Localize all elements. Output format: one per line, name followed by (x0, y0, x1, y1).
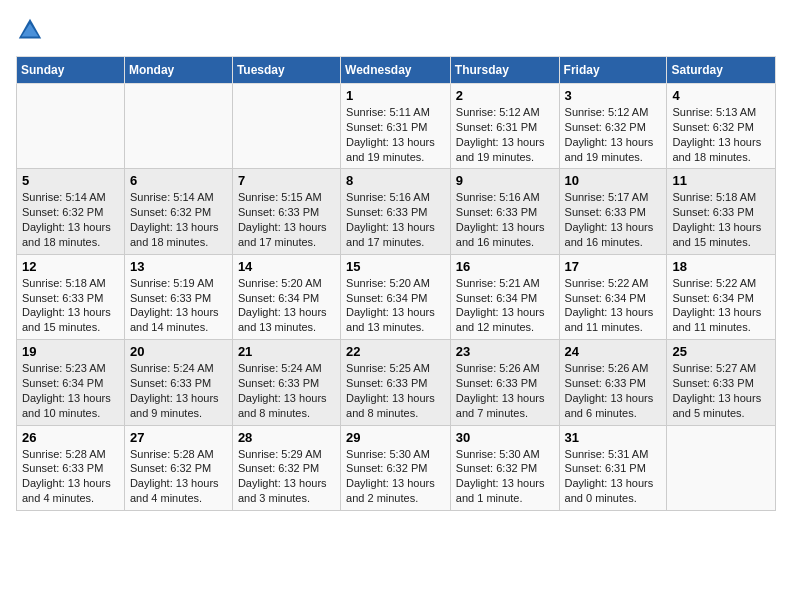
day-info: Sunrise: 5:24 AM Sunset: 6:33 PM Dayligh… (130, 361, 227, 420)
day-info: Sunrise: 5:20 AM Sunset: 6:34 PM Dayligh… (346, 276, 445, 335)
day-info: Sunrise: 5:21 AM Sunset: 6:34 PM Dayligh… (456, 276, 554, 335)
day-number: 31 (565, 430, 662, 445)
calendar-cell: 20Sunrise: 5:24 AM Sunset: 6:33 PM Dayli… (124, 340, 232, 425)
day-info: Sunrise: 5:11 AM Sunset: 6:31 PM Dayligh… (346, 105, 445, 164)
day-number: 8 (346, 173, 445, 188)
calendar-cell: 1Sunrise: 5:11 AM Sunset: 6:31 PM Daylig… (341, 84, 451, 169)
calendar-week-row: 26Sunrise: 5:28 AM Sunset: 6:33 PM Dayli… (17, 425, 776, 510)
day-number: 29 (346, 430, 445, 445)
day-number: 1 (346, 88, 445, 103)
day-number: 7 (238, 173, 335, 188)
day-number: 9 (456, 173, 554, 188)
weekday-header-tuesday: Tuesday (232, 57, 340, 84)
day-number: 22 (346, 344, 445, 359)
calendar-cell: 15Sunrise: 5:20 AM Sunset: 6:34 PM Dayli… (341, 254, 451, 339)
calendar-cell: 10Sunrise: 5:17 AM Sunset: 6:33 PM Dayli… (559, 169, 667, 254)
calendar-cell (667, 425, 776, 510)
day-info: Sunrise: 5:25 AM Sunset: 6:33 PM Dayligh… (346, 361, 445, 420)
day-info: Sunrise: 5:24 AM Sunset: 6:33 PM Dayligh… (238, 361, 335, 420)
day-number: 17 (565, 259, 662, 274)
calendar-cell: 25Sunrise: 5:27 AM Sunset: 6:33 PM Dayli… (667, 340, 776, 425)
day-info: Sunrise: 5:28 AM Sunset: 6:33 PM Dayligh… (22, 447, 119, 506)
calendar-cell (124, 84, 232, 169)
day-info: Sunrise: 5:14 AM Sunset: 6:32 PM Dayligh… (22, 190, 119, 249)
calendar-cell: 7Sunrise: 5:15 AM Sunset: 6:33 PM Daylig… (232, 169, 340, 254)
calendar-cell: 4Sunrise: 5:13 AM Sunset: 6:32 PM Daylig… (667, 84, 776, 169)
day-info: Sunrise: 5:18 AM Sunset: 6:33 PM Dayligh… (672, 190, 770, 249)
day-number: 30 (456, 430, 554, 445)
day-info: Sunrise: 5:16 AM Sunset: 6:33 PM Dayligh… (346, 190, 445, 249)
calendar-cell (232, 84, 340, 169)
day-info: Sunrise: 5:16 AM Sunset: 6:33 PM Dayligh… (456, 190, 554, 249)
calendar-cell: 19Sunrise: 5:23 AM Sunset: 6:34 PM Dayli… (17, 340, 125, 425)
day-number: 3 (565, 88, 662, 103)
day-info: Sunrise: 5:19 AM Sunset: 6:33 PM Dayligh… (130, 276, 227, 335)
calendar-week-row: 12Sunrise: 5:18 AM Sunset: 6:33 PM Dayli… (17, 254, 776, 339)
day-number: 16 (456, 259, 554, 274)
day-info: Sunrise: 5:12 AM Sunset: 6:32 PM Dayligh… (565, 105, 662, 164)
calendar-week-row: 5Sunrise: 5:14 AM Sunset: 6:32 PM Daylig… (17, 169, 776, 254)
calendar-cell: 8Sunrise: 5:16 AM Sunset: 6:33 PM Daylig… (341, 169, 451, 254)
calendar-cell: 12Sunrise: 5:18 AM Sunset: 6:33 PM Dayli… (17, 254, 125, 339)
day-info: Sunrise: 5:26 AM Sunset: 6:33 PM Dayligh… (456, 361, 554, 420)
day-info: Sunrise: 5:22 AM Sunset: 6:34 PM Dayligh… (672, 276, 770, 335)
calendar-cell: 13Sunrise: 5:19 AM Sunset: 6:33 PM Dayli… (124, 254, 232, 339)
calendar-cell: 16Sunrise: 5:21 AM Sunset: 6:34 PM Dayli… (450, 254, 559, 339)
calendar-cell: 26Sunrise: 5:28 AM Sunset: 6:33 PM Dayli… (17, 425, 125, 510)
weekday-header-sunday: Sunday (17, 57, 125, 84)
day-number: 26 (22, 430, 119, 445)
day-number: 27 (130, 430, 227, 445)
day-info: Sunrise: 5:30 AM Sunset: 6:32 PM Dayligh… (346, 447, 445, 506)
day-info: Sunrise: 5:26 AM Sunset: 6:33 PM Dayligh… (565, 361, 662, 420)
day-number: 24 (565, 344, 662, 359)
weekday-header-row: SundayMondayTuesdayWednesdayThursdayFrid… (17, 57, 776, 84)
calendar-cell: 27Sunrise: 5:28 AM Sunset: 6:32 PM Dayli… (124, 425, 232, 510)
day-info: Sunrise: 5:20 AM Sunset: 6:34 PM Dayligh… (238, 276, 335, 335)
calendar-cell: 30Sunrise: 5:30 AM Sunset: 6:32 PM Dayli… (450, 425, 559, 510)
calendar-cell: 3Sunrise: 5:12 AM Sunset: 6:32 PM Daylig… (559, 84, 667, 169)
weekday-header-friday: Friday (559, 57, 667, 84)
day-number: 20 (130, 344, 227, 359)
calendar-table: SundayMondayTuesdayWednesdayThursdayFrid… (16, 56, 776, 511)
weekday-header-wednesday: Wednesday (341, 57, 451, 84)
logo (16, 16, 46, 44)
day-number: 11 (672, 173, 770, 188)
day-info: Sunrise: 5:13 AM Sunset: 6:32 PM Dayligh… (672, 105, 770, 164)
calendar-cell (17, 84, 125, 169)
calendar-cell: 21Sunrise: 5:24 AM Sunset: 6:33 PM Dayli… (232, 340, 340, 425)
day-number: 13 (130, 259, 227, 274)
calendar-cell: 2Sunrise: 5:12 AM Sunset: 6:31 PM Daylig… (450, 84, 559, 169)
day-number: 14 (238, 259, 335, 274)
day-info: Sunrise: 5:30 AM Sunset: 6:32 PM Dayligh… (456, 447, 554, 506)
day-number: 28 (238, 430, 335, 445)
day-number: 18 (672, 259, 770, 274)
weekday-header-thursday: Thursday (450, 57, 559, 84)
logo-icon (16, 16, 44, 44)
calendar-cell: 22Sunrise: 5:25 AM Sunset: 6:33 PM Dayli… (341, 340, 451, 425)
day-info: Sunrise: 5:23 AM Sunset: 6:34 PM Dayligh… (22, 361, 119, 420)
day-info: Sunrise: 5:27 AM Sunset: 6:33 PM Dayligh… (672, 361, 770, 420)
calendar-cell: 11Sunrise: 5:18 AM Sunset: 6:33 PM Dayli… (667, 169, 776, 254)
calendar-cell: 14Sunrise: 5:20 AM Sunset: 6:34 PM Dayli… (232, 254, 340, 339)
day-number: 23 (456, 344, 554, 359)
day-info: Sunrise: 5:29 AM Sunset: 6:32 PM Dayligh… (238, 447, 335, 506)
day-info: Sunrise: 5:22 AM Sunset: 6:34 PM Dayligh… (565, 276, 662, 335)
calendar-cell: 9Sunrise: 5:16 AM Sunset: 6:33 PM Daylig… (450, 169, 559, 254)
day-number: 6 (130, 173, 227, 188)
calendar-cell: 18Sunrise: 5:22 AM Sunset: 6:34 PM Dayli… (667, 254, 776, 339)
calendar-cell: 29Sunrise: 5:30 AM Sunset: 6:32 PM Dayli… (341, 425, 451, 510)
day-number: 4 (672, 88, 770, 103)
day-number: 5 (22, 173, 119, 188)
day-number: 21 (238, 344, 335, 359)
day-info: Sunrise: 5:18 AM Sunset: 6:33 PM Dayligh… (22, 276, 119, 335)
day-number: 12 (22, 259, 119, 274)
day-info: Sunrise: 5:17 AM Sunset: 6:33 PM Dayligh… (565, 190, 662, 249)
day-info: Sunrise: 5:31 AM Sunset: 6:31 PM Dayligh… (565, 447, 662, 506)
day-info: Sunrise: 5:12 AM Sunset: 6:31 PM Dayligh… (456, 105, 554, 164)
day-info: Sunrise: 5:14 AM Sunset: 6:32 PM Dayligh… (130, 190, 227, 249)
calendar-cell: 31Sunrise: 5:31 AM Sunset: 6:31 PM Dayli… (559, 425, 667, 510)
page-header (16, 16, 776, 44)
calendar-week-row: 1Sunrise: 5:11 AM Sunset: 6:31 PM Daylig… (17, 84, 776, 169)
calendar-cell: 23Sunrise: 5:26 AM Sunset: 6:33 PM Dayli… (450, 340, 559, 425)
day-number: 2 (456, 88, 554, 103)
